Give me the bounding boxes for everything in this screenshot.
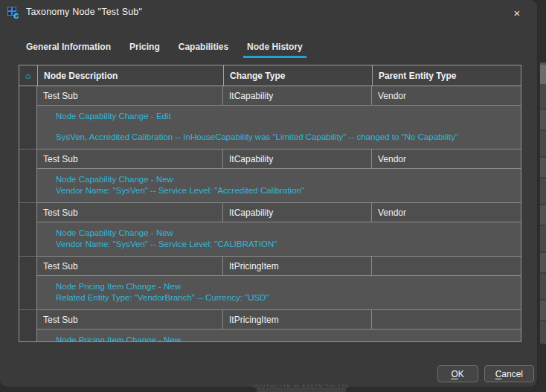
column-header-parent-entity-type[interactable]: Parent Entity Type (373, 65, 521, 86)
title-bar: c Taxonomy Node "Test Sub" × (0, 0, 537, 25)
dialog-button-row: OK Cancel (437, 365, 534, 382)
change-detail: Node Capability Change - Edit SysVen, Ac… (37, 106, 521, 150)
cell-node-description: Test Sub (37, 310, 223, 329)
cell-parent-entity-type (372, 310, 521, 329)
history-row-group: Test Sub ItCapability Vendor Node Capabi… (19, 203, 521, 257)
tab-general-information[interactable]: General Information (25, 40, 112, 58)
history-row-group: Test Sub ItPricingItem Node Pricing Item… (19, 310, 521, 342)
node-history-grid: ☼ Node Description Change Type Parent En… (19, 65, 521, 342)
column-header-change-type[interactable]: Change Type (224, 65, 373, 86)
tab-label: Node History (247, 42, 303, 52)
tab-pricing[interactable]: Pricing (128, 40, 161, 58)
active-tab-underline (243, 56, 306, 58)
ok-button[interactable]: OK (437, 365, 478, 382)
table-row[interactable]: Test Sub ItCapability Vendor (37, 86, 521, 106)
background-window-edge-header (540, 65, 546, 84)
c-letter-icon: c (13, 10, 19, 20)
table-row[interactable]: Test Sub ItCapability Vendor (37, 150, 521, 169)
close-icon[interactable]: × (506, 3, 528, 22)
table-row[interactable]: Test Sub ItPricingItem (37, 310, 521, 330)
cell-change-type: ItPricingItem (223, 310, 372, 329)
detail-line: Related Entity Type: "VendorBranch" -- C… (56, 292, 515, 303)
background-window-edge (540, 62, 546, 344)
change-detail: Node Capability Change - New Vendor Name… (37, 222, 521, 257)
cell-change-type: ItCapability (223, 86, 372, 105)
row-selector[interactable] (19, 86, 37, 150)
cell-parent-entity-type (372, 257, 521, 275)
background-window-text: NUVTHILITR IN ASSTN TIV-17S (253, 384, 498, 389)
table-row[interactable]: Test Sub ItCapability Vendor (37, 203, 521, 222)
detail-line: Vendor Name: "SysVen" -- Service Level: … (56, 185, 515, 196)
cell-change-type: ItCapability (223, 203, 372, 222)
cancel-button-label: ancel (501, 369, 523, 379)
cancel-button[interactable]: Cancel (484, 365, 534, 382)
tab-label: Capabilities (179, 42, 228, 52)
cell-parent-entity-type: Vendor (372, 203, 521, 222)
row-selector[interactable] (19, 257, 37, 310)
select-all-corner[interactable]: ☼ (19, 65, 38, 86)
cell-node-description: Test Sub (37, 150, 223, 168)
ok-button-mnemonic: O (451, 369, 457, 379)
change-detail: Node Pricing Item Change - New Related E… (37, 330, 521, 342)
tab-label: Pricing (129, 42, 160, 52)
history-row-group: Test Sub ItCapability Vendor Node Capabi… (19, 86, 521, 150)
cell-parent-entity-type: Vendor (372, 150, 521, 168)
sun-icon: ☼ (24, 71, 33, 80)
row-selector[interactable] (19, 310, 37, 342)
taxonomy-node-dialog: c Taxonomy Node "Test Sub" × General Inf… (0, 0, 537, 387)
detail-line: Node Pricing Item Change - New (56, 281, 515, 292)
change-detail: Node Capability Change - New Vendor Name… (37, 169, 521, 203)
tab-capabilities[interactable]: Capabilities (177, 40, 230, 58)
detail-line: Node Pricing Item Change - New (56, 335, 515, 342)
cell-change-type: ItCapability (223, 150, 372, 168)
column-header-node-description[interactable]: Node Description (38, 65, 224, 86)
cell-node-description: Test Sub (37, 203, 223, 222)
cell-node-description: Test Sub (37, 86, 223, 105)
tab-node-history[interactable]: Node History (245, 40, 304, 58)
row-selector[interactable] (19, 150, 37, 203)
cell-change-type: ItPricingItem (223, 257, 372, 275)
detail-line: Node Capability Change - Edit (56, 111, 515, 122)
cancel-button-mnemonic: C (495, 369, 502, 379)
change-detail: Node Pricing Item Change - New Related E… (37, 276, 521, 310)
tab-bar: General Information Pricing Capabilities… (25, 40, 304, 58)
history-row-group: Test Sub ItPricingItem Node Pricing Item… (19, 257, 521, 310)
ok-button-label: K (458, 369, 464, 379)
detail-line: Node Capability Change - New (56, 228, 515, 239)
taxonomy-node-icon: c (7, 6, 22, 21)
detail-line: Vendor Name: "SysVen" -- Service Level: … (56, 239, 515, 250)
table-row[interactable]: Test Sub ItPricingItem (37, 257, 521, 276)
table-header-row: ☼ Node Description Change Type Parent En… (19, 65, 521, 86)
cell-node-description: Test Sub (37, 257, 223, 275)
detail-line: SysVen, Accredited Calibration -- InHous… (56, 132, 515, 143)
window-title: Taxonomy Node "Test Sub" (26, 7, 142, 17)
tab-label: General Information (26, 42, 111, 52)
history-row-group: Test Sub ItCapability Vendor Node Capabi… (19, 150, 521, 203)
row-selector[interactable] (19, 203, 37, 257)
cell-parent-entity-type: Vendor (372, 86, 521, 105)
detail-line: Node Capability Change - New (56, 174, 515, 185)
